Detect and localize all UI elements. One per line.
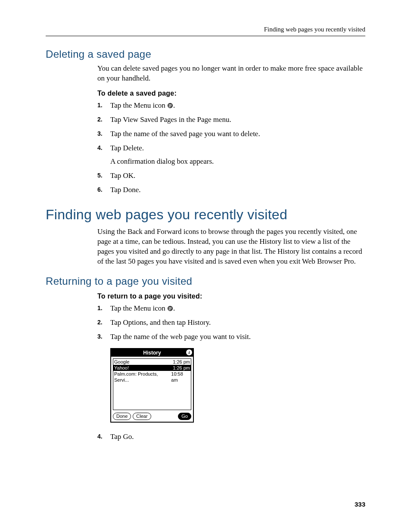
svg-rect-6 [168,308,171,309]
step-text: Tap the Menu icon [110,101,167,109]
step-text: Tap Delete. [110,144,144,152]
step-text-tail: . [173,304,175,312]
history-row-name: Yahoo! [114,365,129,371]
return-steps-list: Tap the Menu icon . Tap Options, and the… [97,304,365,342]
procedure-label-delete: To delete a saved page: [97,90,365,97]
history-list: Google 1:26 pm Yahoo! 1:26 pm Palm.com: … [113,358,191,410]
history-row-time: 1:26 pm [173,359,190,365]
svg-rect-2 [168,106,171,106]
delete-step-4: Tap Delete. A confirmation dialog box ap… [97,143,365,167]
delete-steps-list: Tap the Menu icon . Tap View Saved Pages… [97,101,365,195]
history-dialog-title: History [143,350,161,356]
history-dialog-titlebar: History i [111,349,193,357]
menu-icon [167,305,173,311]
svg-rect-3 [168,107,170,107]
history-row-time: 1:26 pm [173,365,190,371]
history-row[interactable]: Google 1:26 pm [113,359,191,365]
history-dialog: History i Google 1:26 pm Yahoo! 1:26 pm … [110,348,194,423]
heading-finding-web-pages: Finding web pages you recently visited [46,207,365,223]
delete-step-6: Tap Done. [97,185,365,195]
return-step-4: Tap Go. [97,432,365,442]
step-text-tail: . [173,101,175,109]
history-row-name: Palm.com: Products, Servi... [114,371,171,383]
info-icon[interactable]: i [186,349,192,355]
history-row[interactable]: Palm.com: Products, Servi... 10:58 am [113,371,191,383]
delete-step-1: Tap the Menu icon . [97,101,365,111]
delete-step-2: Tap View Saved Pages in the Page menu. [97,115,365,125]
go-button[interactable]: Go [178,413,191,420]
heading-returning-to-page: Returning to a page you visited [46,275,365,287]
history-row[interactable]: Yahoo! 1:26 pm [113,365,191,371]
svg-rect-7 [168,310,170,310]
history-dialog-buttons: Done Clear Go [111,412,193,422]
return-steps-list-continued: Tap Go. [97,432,365,442]
return-step-2: Tap Options, and then tap History. [97,318,365,328]
delete-step-3: Tap the name of the saved page you want … [97,129,365,139]
header-rule [46,36,365,36]
history-row-time: 10:58 am [171,371,190,383]
running-header: Finding web pages you recently visited [46,26,365,33]
return-step-3: Tap the name of the web page you want to… [97,332,365,342]
svg-rect-1 [168,104,171,105]
delete-step-4-sub: A confirmation dialog box appears. [110,157,365,167]
menu-icon [167,103,173,109]
clear-button[interactable]: Clear [133,413,151,420]
history-row-name: Google [114,359,129,365]
done-button[interactable]: Done [113,413,131,420]
delete-intro-paragraph: You can delete saved pages you no longer… [97,64,365,84]
procedure-label-return: To return to a page you visited: [97,292,365,300]
page-number: 333 [355,501,365,508]
svg-rect-5 [168,308,171,308]
delete-step-5: Tap OK. [97,171,365,181]
finding-intro-paragraph: Using the Back and Forward icons to brow… [97,227,365,267]
heading-deleting-a-saved-page: Deleting a saved page [46,48,365,60]
return-step-1: Tap the Menu icon . [97,304,365,314]
step-text: Tap the Menu icon [110,304,167,312]
